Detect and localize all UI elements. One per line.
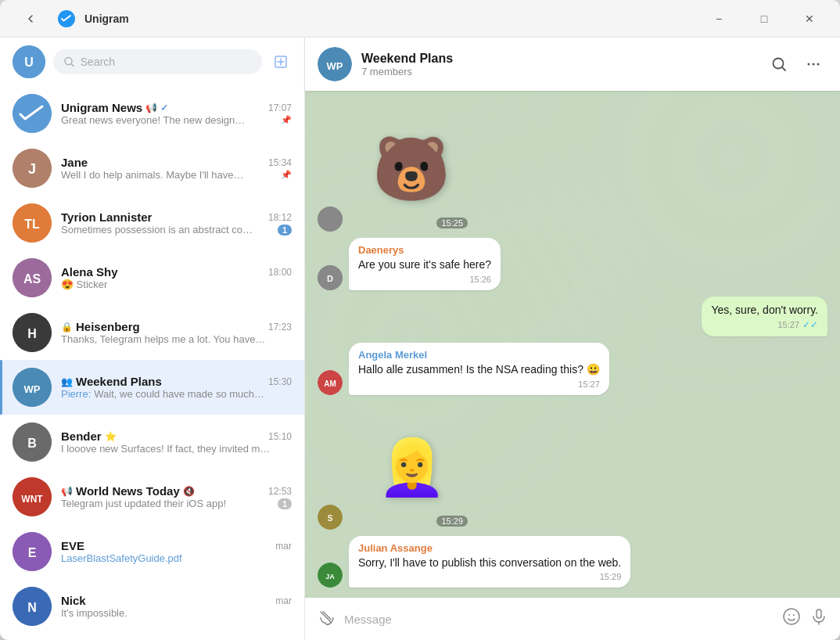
chat-header: WP Weekend Plans 7 members xyxy=(305,38,840,91)
message-row-angela: AM Angela Merkel Hallo alle zusammen! Is… xyxy=(318,343,827,395)
search-bar[interactable] xyxy=(53,49,262,74)
chat-name: Nick xyxy=(61,594,86,607)
search-chat-button[interactable] xyxy=(765,50,793,78)
group-icon: 👥 xyxy=(61,376,73,387)
close-button[interactable]: ✕ xyxy=(792,6,827,31)
message-text: Yes, sure, don't worry. xyxy=(711,303,818,318)
user-avatar[interactable]: U xyxy=(13,45,45,78)
message-input[interactable] xyxy=(344,613,773,626)
svg-point-46 xyxy=(788,614,790,616)
voice-button[interactable] xyxy=(810,608,827,630)
sidebar-header: U xyxy=(0,38,304,86)
chat-preview: Great news everyone! The new design… xyxy=(61,114,245,126)
chat-item-bender[interactable]: B Bender ⭐ 15:10 I looove new Surfaces! … xyxy=(0,415,304,469)
chat-header-avatar[interactable]: WP xyxy=(318,47,352,81)
app-title: Unigram xyxy=(84,13,691,25)
chat-preview: I looove new Surfaces! If fact, they inv… xyxy=(61,443,270,455)
chat-name: World News Today xyxy=(76,484,180,498)
channel-icon: 📢 xyxy=(145,102,157,113)
chat-item-jane[interactable]: J Jane 15:34 Well I do help animals. May… xyxy=(0,141,304,196)
svg-text:AS: AS xyxy=(23,272,41,286)
message-bubble-outgoing: Yes, sure, don't worry. 15:27 ✓✓ xyxy=(702,297,827,337)
maximize-button[interactable]: □ xyxy=(746,6,782,31)
emoji-button[interactable] xyxy=(782,607,801,631)
minimize-button[interactable]: − xyxy=(701,6,737,31)
unread-badge: 1 xyxy=(278,225,292,236)
sticker-image-2: 👱‍♀️ 15:29 xyxy=(349,404,474,530)
chat-time: mar xyxy=(275,541,292,552)
more-options-button[interactable] xyxy=(799,50,827,78)
svg-text:WNT: WNT xyxy=(21,494,43,505)
chat-name: Bender xyxy=(61,430,102,443)
titlebar: Unigram − □ ✕ xyxy=(0,0,840,38)
chat-list: Unigram News 📢 ✓ 17:07 Great news everyo… xyxy=(0,86,304,640)
unread-badge: 1 xyxy=(278,498,292,509)
message-avatar: JA xyxy=(318,563,343,588)
message-row-outgoing: Yes, sure, don't worry. 15:27 ✓✓ xyxy=(318,297,827,337)
chat-item-heisenberg[interactable]: H 🔒 Heisenberg 17:23 Thanks, Telegram he… xyxy=(0,305,304,360)
svg-text:B: B xyxy=(27,437,37,450)
chat-name: Weekend Plans xyxy=(76,375,162,388)
message-text: Hallo alle zusammen! Is the NSA reading … xyxy=(358,362,600,378)
chat-header-actions xyxy=(765,50,827,78)
lock-icon: 🔒 xyxy=(61,322,73,333)
chat-item-alena[interactable]: AS Alena Shy 18:00 😍 Sticker xyxy=(0,250,304,305)
message-meta: 15:29 xyxy=(358,572,621,581)
chat-name: Heisenberg xyxy=(76,320,140,333)
chat-item-tyrion[interactable]: TL Tyrion Lannister 18:12 Sometimes poss… xyxy=(0,196,304,250)
chat-time: 15:34 xyxy=(268,157,292,168)
chat-time: 17:07 xyxy=(268,102,292,113)
svg-point-45 xyxy=(784,609,799,624)
message-bubble: Daenerys Are you sure it's safe here? 15… xyxy=(349,238,501,290)
message-sender: Daenerys xyxy=(358,244,491,256)
chat-header-info: Weekend Plans 7 members xyxy=(361,52,756,77)
svg-text:JA: JA xyxy=(325,573,335,581)
svg-text:S: S xyxy=(328,514,333,523)
message-meta: 15:27 xyxy=(358,379,600,389)
chat-time: 15:30 xyxy=(268,376,292,387)
compose-button[interactable] xyxy=(270,51,292,73)
message-avatar: S xyxy=(318,505,343,530)
chat-item-weekend-plans[interactable]: WP 👥 Weekend Plans 15:30 Pierre: W xyxy=(0,360,304,415)
attach-button[interactable] xyxy=(318,609,335,630)
chat-area: WP Weekend Plans 7 members xyxy=(305,38,840,640)
message-meta: 15:27 ✓✓ xyxy=(711,319,818,330)
svg-point-47 xyxy=(793,614,795,616)
svg-point-34 xyxy=(318,207,343,232)
chat-preview: Thanks, Telegram helps me a lot. You hav… xyxy=(61,333,265,345)
message-avatar: AM xyxy=(318,370,343,395)
message-sender: Angela Merkel xyxy=(358,349,600,361)
svg-point-32 xyxy=(813,63,815,66)
message-text: Sorry, I'll have to publish this convers… xyxy=(358,556,621,571)
chat-name: Jane xyxy=(61,156,88,169)
chat-name: Unigram News xyxy=(61,101,142,114)
chat-preview: Wait, we could have made so much… xyxy=(94,388,264,400)
sticker-time: 15:25 xyxy=(436,218,468,228)
chat-time: 12:53 xyxy=(268,486,292,497)
chat-item-eve[interactable]: E EVE mar LaserBlastSafetyGuide.pdf xyxy=(0,524,304,579)
chat-header-members: 7 members xyxy=(361,66,756,77)
chat-item-unigram-news[interactable]: Unigram News 📢 ✓ 17:07 Great news everyo… xyxy=(0,86,304,141)
search-input[interactable] xyxy=(81,56,251,68)
sticker-message-2: S 👱‍♀️ 15:29 xyxy=(318,404,827,530)
chat-item-world-news[interactable]: WNT 📢 World News Today 🔇 12:53 xyxy=(0,469,304,524)
sidebar: U xyxy=(0,38,305,640)
chat-time: 15:10 xyxy=(268,431,292,442)
message-row: D Daenerys Are you sure it's safe here? … xyxy=(318,238,827,290)
chat-preview: It's impossible. xyxy=(61,607,127,619)
message-time: 15:29 xyxy=(600,572,622,581)
back-button[interactable] xyxy=(13,6,48,31)
chat-time: 17:23 xyxy=(268,322,292,333)
svg-text:U: U xyxy=(24,56,34,69)
chat-preview: LaserBlastSafetyGuide.pdf xyxy=(61,552,182,564)
pin-icon: 📌 xyxy=(281,115,292,125)
sticker-image: 🐻 15:25 xyxy=(349,106,474,232)
chat-preview: Well I do help animals. Maybe I'll have… xyxy=(61,169,243,181)
chat-item-nick[interactable]: N Nick mar It's impossible. xyxy=(0,579,304,634)
sticker-message-1: 🐻 15:25 xyxy=(318,106,827,232)
svg-text:WP: WP xyxy=(24,383,41,395)
pin-icon: 📌 xyxy=(281,170,292,180)
chat-time: 18:00 xyxy=(268,267,292,278)
verified-icon: ✓ xyxy=(160,102,168,113)
telegram-icon xyxy=(58,10,75,27)
